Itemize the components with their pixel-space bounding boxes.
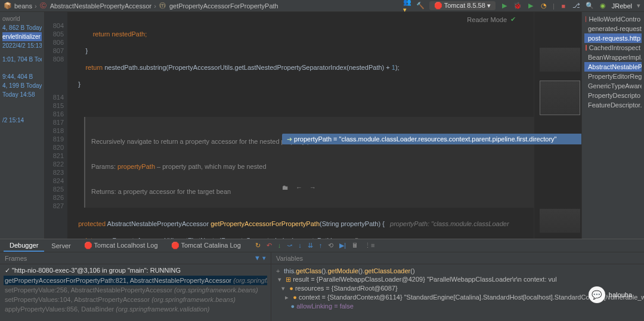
breadcrumb-method[interactable]: getPropertyAccessorForPropertyPath (169, 2, 278, 10)
file-name: FeatureDescriptor. (588, 101, 642, 109)
tab-localhost-log[interactable]: 🛑 Tomcat Localhost Log (78, 240, 164, 251)
jrebel-label[interactable]: JRebel (612, 2, 632, 10)
toolbar-actions: 👥▾ 🔨 🛑 Tomcat 8.5.58 ▾ ▶ 🐞 ▶ ◔ | ■ ⎇ 🔍 ◉… (403, 1, 640, 10)
var-expression[interactable]: + this.getClass().getModule().getClassLo… (276, 267, 644, 275)
file-name: HelloWorldContro (589, 16, 640, 23)
filter-icon[interactable]: ▼ ▾ (254, 254, 266, 262)
breadcrumb[interactable]: 📦 beans › Ⓒ AbstractNestablePropertyAcce… (4, 2, 278, 10)
hammer-icon[interactable]: 🔨 (416, 2, 425, 10)
folder-icon[interactable]: 🖿 (282, 183, 289, 192)
file-name: BeanWrapperImpl. (588, 54, 642, 61)
left-item[interactable]: 4, 862 B Today 14: (2, 23, 42, 32)
file-name: generated-request (588, 25, 642, 32)
tab-catalina-log[interactable]: 🛑 Tomcat Catalina Log (165, 240, 247, 251)
tab-debugger[interactable]: Debugger (4, 240, 44, 252)
evaluate-icon[interactable]: 🖩 (352, 242, 358, 249)
open-file-tab[interactable]: AbstractNestableP (584, 62, 642, 72)
left-item[interactable]: oworld (2, 14, 42, 23)
breadcrumb-package[interactable]: beans (14, 2, 32, 10)
stack-frame[interactable]: setPropertyValues:104, AbstractPropertyA… (4, 295, 267, 304)
step-into-icon[interactable]: ↓ (298, 242, 302, 249)
class-icon: Ⓒ (39, 2, 48, 10)
open-file-tab[interactable]: generated-request (584, 24, 642, 33)
minimap[interactable] (534, 12, 581, 239)
run-config-selector[interactable]: 🛑 Tomcat 8.5.58 ▾ (429, 1, 496, 10)
file-name: post-requests.http (588, 35, 640, 42)
git-icon[interactable]: ⎇ (572, 2, 581, 10)
left-item[interactable]: 2022/4/2 15:13, 1 (2, 41, 42, 50)
thread-row[interactable]: ✓ "http-nio-8080-exec-3"@3,106 in group … (4, 266, 267, 276)
file-name: AbstractNestableP (588, 63, 642, 70)
left-item[interactable]: ervletInitializer (2, 32, 42, 41)
debug-icon[interactable]: 🐞 (513, 2, 522, 10)
editor: Reader Mode ✔ 804805806807808 8148158168… (45, 12, 581, 239)
code-editor[interactable]: 804805806807808 814815816817818819820821… (45, 12, 581, 239)
run-icon[interactable]: ▶ (500, 2, 509, 10)
chevron-right-icon: › (154, 2, 156, 10)
drop-frame-icon[interactable]: ⟲ (328, 242, 333, 249)
var-row[interactable]: ● allowLinking = false (276, 302, 644, 310)
coverage-icon[interactable]: ▶ (527, 2, 535, 10)
arrow-right-icon[interactable]: → (309, 183, 316, 192)
left-item[interactable]: 9:44, 404 B (2, 72, 42, 81)
var-row[interactable]: ▾ ⊞ result = {ParallelWebappClassLoader@… (276, 275, 644, 284)
chevron-right-icon: › (35, 2, 37, 10)
more-icon[interactable]: ⋮≡ (364, 242, 374, 249)
debug-body: Frames▼ ▾ ✓ "http-nio-8080-exec-3"@3,106… (0, 252, 644, 321)
method-icon: ⓜ (159, 2, 167, 10)
arrow-left-icon[interactable]: ← (296, 183, 302, 192)
open-file-tab[interactable]: post-requests.http (584, 33, 642, 43)
refresh-icon[interactable]: ↻ (255, 242, 261, 249)
file-type-icon (586, 16, 586, 22)
profiler-icon[interactable]: ◔ (540, 2, 548, 10)
frames-pane: Frames▼ ▾ ✓ "http-nio-8080-exec-3"@3,106… (0, 252, 271, 321)
left-item[interactable]: Today 14:58 (2, 90, 42, 99)
debug-value-tooltip[interactable]: ➜ propertyPath = "class.module.classLoad… (282, 134, 581, 144)
left-panel: oworld 4, 862 B Today 14: ervletInitiali… (0, 12, 45, 239)
tab-server[interactable]: Server (45, 240, 76, 251)
code-content[interactable]: return nestedPath; } return nestedPath.s… (67, 12, 534, 239)
frames-list[interactable]: ✓ "http-nio-8080-exec-3"@3,106 in group … (0, 264, 271, 315)
wechat-icon: 💬 (589, 286, 605, 303)
frames-label: Frames (5, 255, 27, 262)
left-item[interactable]: /2 15:14 (2, 116, 42, 125)
run-to-cursor-icon[interactable]: ▶| (339, 242, 346, 249)
watermark: 💬 halouha (589, 286, 632, 303)
breadcrumb-class[interactable]: AbstractNestablePropertyAccessor (50, 2, 152, 10)
file-name: CachedIntrospect (589, 44, 640, 51)
open-file-tab[interactable]: FeatureDescriptor. (584, 100, 642, 110)
users-icon[interactable]: 👥▾ (403, 2, 411, 10)
force-step-icon[interactable]: ⇊ (308, 242, 313, 249)
stack-frame[interactable]: applyPropertyValues:856, DataBinder (org… (4, 304, 267, 314)
open-file-tab[interactable]: PropertyDescripto (584, 91, 642, 100)
step-back-icon[interactable]: ↶ (267, 242, 272, 249)
debug-tabs: Debugger Server 🛑 Tomcat Localhost Log 🛑… (0, 239, 644, 252)
inline-toolbar: 🖿 ← → (282, 183, 316, 192)
stack-frame[interactable]: setPropertyValue:256, AbstractNestablePr… (4, 285, 267, 295)
file-name: GenericTypeAware (588, 82, 642, 89)
file-type-icon (586, 45, 587, 51)
file-name: PropertyEditorReg (588, 73, 642, 80)
main-toolbar: 📦 beans › Ⓒ AbstractNestablePropertyAcce… (0, 0, 644, 12)
jrebel-icon[interactable]: ◉ (599, 2, 607, 10)
left-item[interactable]: 4, 199 B Today 1 (2, 81, 42, 90)
show-frames-icon[interactable]: ↓ (278, 242, 281, 249)
open-file-tab[interactable]: CachedIntrospect (584, 43, 642, 53)
stack-frame[interactable]: getPropertyAccessorForPropertyPath:821, … (4, 276, 267, 285)
step-over-icon[interactable]: ⤻ (287, 242, 292, 249)
step-out-icon[interactable]: ↑ (319, 242, 323, 249)
left-item[interactable]: 1:01, 704 B Today (2, 55, 42, 64)
debug-panel: Debugger Server 🛑 Tomcat Localhost Log 🛑… (0, 239, 644, 321)
stop-icon[interactable]: ■ (559, 2, 568, 10)
open-file-tab[interactable]: BeanWrapperImpl. (584, 53, 642, 62)
search-icon[interactable]: 🔍 (586, 2, 594, 10)
open-files-panel: HelloWorldControgenerated-requestpost-re… (581, 12, 644, 239)
open-file-tab[interactable]: PropertyEditorReg (584, 72, 642, 81)
debug-action-bar: ↻ ↶ ↓ ⤻ ↓ ⇊ ↑ ⟲ ▶| 🖩 ⋮≡ (255, 242, 375, 249)
open-file-tab[interactable]: HelloWorldContro (584, 14, 642, 24)
file-name: PropertyDescripto (588, 92, 640, 99)
line-gutter: 804805806807808 814815816817818819820821… (45, 12, 67, 239)
variables-label: Variables (276, 255, 303, 262)
open-file-tab[interactable]: GenericTypeAware (584, 81, 642, 91)
main-area: oworld 4, 862 B Today 14: ervletInitiali… (0, 12, 644, 239)
